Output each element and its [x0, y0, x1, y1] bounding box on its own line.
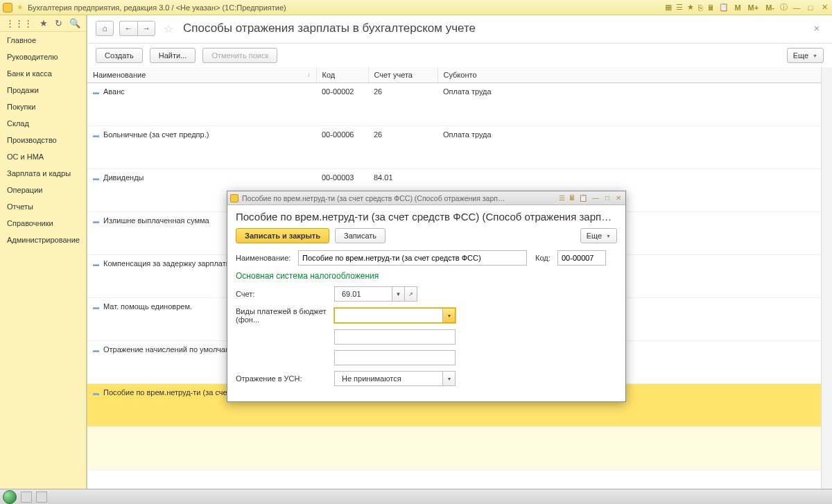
- list-toolbar: Создать Найти... Отменить поиск Еще: [87, 44, 832, 67]
- sidebar-item-operations[interactable]: Операции: [0, 182, 86, 198]
- titlebar-icon[interactable]: ▦: [665, 3, 672, 12]
- sidebar-item-label: Руководителю: [7, 53, 58, 61]
- button-label: Еще: [587, 232, 602, 240]
- sidebar-item-directories[interactable]: Справочники: [0, 215, 86, 232]
- calculator-icon[interactable]: 🖩: [707, 3, 715, 12]
- os-taskbar[interactable]: [0, 489, 832, 504]
- calendar-icon[interactable]: 📋: [719, 3, 729, 12]
- dialog-close-icon[interactable]: ✕: [614, 194, 623, 202]
- sidebar-item-manager[interactable]: Руководителю: [0, 49, 86, 65]
- history-icon[interactable]: ↻: [55, 18, 62, 28]
- col-acct[interactable]: Счет учета: [368, 67, 437, 83]
- dialog-heading: Пособие по врем.нетруд-ти (за счет средс…: [236, 211, 617, 223]
- start-button-icon[interactable]: [3, 490, 17, 504]
- blank-input-2[interactable]: [334, 350, 456, 365]
- sidebar-item-bank[interactable]: Банк и касса: [0, 65, 86, 82]
- name-input[interactable]: [298, 250, 527, 266]
- row-icon: ▬: [93, 390, 99, 397]
- favorite-star-icon[interactable]: ★: [17, 3, 24, 12]
- payment-types-select[interactable]: ▾: [334, 308, 456, 323]
- sidebar-item-label: Главное: [7, 36, 36, 44]
- sidebar-item-salary[interactable]: Зарплата и кадры: [0, 165, 86, 182]
- table-row[interactable]: ▬Аванс00-0000226Оплата труда: [87, 83, 832, 126]
- page-title: Способы отражения зарплаты в бухгалтерск…: [183, 21, 476, 35]
- sidebar-item-reports[interactable]: Отчеты: [0, 198, 86, 215]
- form-row-acct: Счет: 69.01 ▼ ↗: [236, 286, 617, 302]
- sort-icon: ↓: [307, 71, 311, 78]
- table-header-row: Наименование↓ Код Счет учета Субконто: [87, 67, 832, 83]
- usn-select[interactable]: Не принимаются ▾: [334, 371, 456, 386]
- form-row-blank2: [236, 350, 617, 365]
- form-row-payment-types: Виды платежей в бюджет (фон... ▾: [236, 307, 617, 324]
- minimize-icon[interactable]: —: [792, 3, 801, 12]
- dropdown-icon[interactable]: ▾: [442, 309, 455, 322]
- favorite-outline-icon[interactable]: ☆: [164, 22, 173, 35]
- apps-icon[interactable]: ⋮⋮⋮: [6, 18, 33, 28]
- titlebar-icon[interactable]: ⎘: [698, 3, 703, 12]
- forward-button[interactable]: →: [137, 21, 155, 36]
- sidebar-item-sales[interactable]: Продажи: [0, 82, 86, 98]
- memory-m-minus[interactable]: M-: [764, 3, 776, 12]
- code-input[interactable]: [557, 250, 606, 266]
- dialog-tool-icon[interactable]: ☰: [559, 194, 565, 202]
- app-title: Бухгалтерия предприятия, редакция 3.0 / …: [28, 3, 286, 12]
- dropdown-icon[interactable]: ▼: [392, 287, 404, 301]
- sidebar-item-label: Операции: [7, 186, 42, 194]
- form-row-usn: Отражение в УСН: Не принимаются ▾: [236, 371, 617, 386]
- account-select[interactable]: 69.01 ▼ ↗: [334, 286, 417, 302]
- edit-dialog: Пособие по врем.нетруд-ти (за счет средс…: [227, 191, 626, 402]
- label-usn: Отражение в УСН:: [236, 374, 334, 383]
- dialog-body: Пособие по врем.нетруд-ти (за счет средс…: [227, 205, 625, 401]
- label-code: Код:: [535, 254, 557, 262]
- star-icon[interactable]: ★: [40, 18, 48, 28]
- dropdown-icon[interactable]: ▾: [442, 372, 455, 385]
- info-icon[interactable]: ⓘ: [780, 2, 788, 12]
- sidebar-item-assets[interactable]: ОС и НМА: [0, 148, 86, 165]
- col-subk[interactable]: Субконто: [437, 67, 832, 83]
- row-icon: ▬: [93, 261, 99, 268]
- close-icon[interactable]: ✕: [820, 3, 829, 12]
- sidebar-item-label: Отчеты: [7, 202, 33, 211]
- row-icon: ▬: [93, 175, 99, 182]
- dialog-calc-icon[interactable]: 🖩: [569, 194, 575, 202]
- titlebar-icon[interactable]: ☰: [676, 3, 683, 12]
- back-button[interactable]: ←: [119, 21, 137, 36]
- taskbar-icon[interactable]: [36, 492, 47, 503]
- taskbar-icon[interactable]: [21, 492, 32, 503]
- button-label: Записать и закрыть: [245, 232, 320, 240]
- sidebar-item-production[interactable]: Производство: [0, 132, 86, 148]
- favorite-icon[interactable]: ★: [687, 3, 694, 12]
- col-name[interactable]: Наименование↓: [87, 67, 316, 83]
- vertical-scrollbar[interactable]: [821, 67, 832, 489]
- dialog-minimize-icon[interactable]: —: [591, 194, 600, 202]
- maximize-icon[interactable]: □: [806, 3, 815, 12]
- dialog-calendar-icon[interactable]: 📋: [579, 194, 587, 202]
- label-name: Наименование:: [236, 254, 298, 262]
- save-close-button[interactable]: Записать и закрыть: [236, 228, 329, 243]
- usn-value: Не принимаются: [338, 374, 442, 383]
- dialog-maximize-icon[interactable]: □: [604, 194, 611, 202]
- search-icon[interactable]: 🔍: [69, 18, 80, 28]
- blank-input-1[interactable]: [334, 329, 456, 345]
- col-code[interactable]: Код: [316, 67, 368, 83]
- save-button[interactable]: Записать: [335, 228, 385, 243]
- dialog-more-button[interactable]: Еще: [580, 228, 617, 243]
- find-button[interactable]: Найти...: [150, 48, 196, 63]
- dialog-titlebar[interactable]: Пособие по врем.нетруд-ти (за счет средс…: [227, 191, 625, 205]
- page-close-icon[interactable]: ×: [810, 21, 824, 35]
- create-button[interactable]: Создать: [96, 48, 143, 63]
- open-icon[interactable]: ↗: [404, 287, 417, 301]
- table-row[interactable]: ▬Больничные (за счет предпр.)00-0000626О…: [87, 126, 832, 169]
- sidebar-item-main[interactable]: Главное: [0, 32, 86, 49]
- more-button[interactable]: Еще: [787, 48, 824, 63]
- home-button[interactable]: ⌂: [96, 21, 114, 36]
- sidebar-item-admin[interactable]: Администрирование: [0, 232, 86, 248]
- sidebar-item-purchases[interactable]: Покупки: [0, 98, 86, 115]
- label-acct: Счет:: [236, 290, 334, 298]
- memory-m[interactable]: M: [733, 3, 742, 12]
- button-label: Еще: [793, 51, 808, 60]
- sidebar-item-warehouse[interactable]: Склад: [0, 115, 86, 132]
- sidebar-tools: ⋮⋮⋮ ★ ↻ 🔍: [0, 15, 86, 32]
- memory-m-plus[interactable]: M+: [747, 3, 761, 12]
- table-row-empty: [87, 427, 832, 470]
